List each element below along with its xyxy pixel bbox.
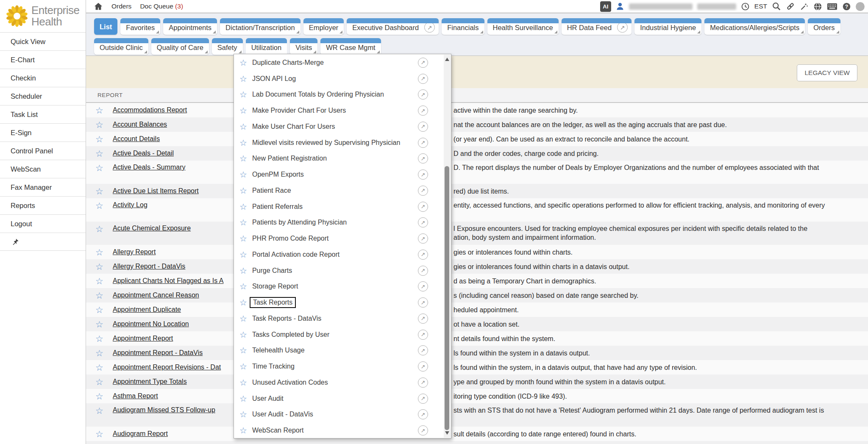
favorite-star-icon[interactable]: ☆ [239,90,247,99]
favorite-star-icon[interactable]: ☆ [95,277,106,286]
sidebar-item-webscan[interactable]: WebScan [0,160,86,178]
favorite-star-icon[interactable]: ☆ [95,406,106,415]
scrollbar-thumb[interactable] [445,166,449,430]
open-in-new-icon[interactable]: ↗ [418,361,428,372]
report-link[interactable]: Allergy Report - DataVis [113,263,185,270]
dropdown-item-webscan-report[interactable]: ☆ WebScan Report ↗ [234,422,443,438]
report-link[interactable]: Audiogram Report [113,430,168,438]
dropdown-item-patients-by-attending-physician[interactable]: ☆ Patients by Attending Physician ↗ [234,215,443,231]
open-in-new-icon[interactable]: ↗ [418,122,428,132]
favorite-star-icon[interactable]: ☆ [95,291,106,300]
favorite-star-icon[interactable]: ☆ [95,149,106,158]
open-in-new-icon[interactable]: ↗ [424,22,435,33]
tab-appointments[interactable]: Appointments ↗ [163,18,217,35]
report-link[interactable]: Activity Log [113,201,147,209]
dropdown-item-task-reports-datavis[interactable]: ☆ Task Reports - DataVis ↗ [234,311,443,327]
link-icon[interactable] [786,2,795,11]
favorite-star-icon[interactable]: ☆ [95,349,106,358]
legacy-view-button[interactable]: LEGACY VIEW [797,64,857,81]
favorite-star-icon[interactable]: ☆ [95,262,106,271]
tab-quality-of-care[interactable]: Quality of Care ↗ [151,38,209,55]
report-link[interactable]: Audiogram Missed STS Follow-up [113,406,215,414]
tab-visits[interactable]: Visits ↗ [290,38,317,55]
open-in-new-icon[interactable]: ↗ [418,345,428,355]
wand-icon[interactable] [800,2,809,11]
dropdown-item-portal-activation-code-report[interactable]: ☆ Portal Activation code Report ↗ [234,247,443,263]
keyboard-icon[interactable] [827,3,837,11]
sidebar-item-logout[interactable]: Logout [0,215,86,233]
doc-queue-link[interactable]: Doc Queue (3) [140,3,183,10]
help-icon[interactable]: ? [842,2,851,11]
open-in-new-icon[interactable]: ↗ [418,186,428,196]
favorite-star-icon[interactable]: ☆ [95,106,106,115]
open-in-new-icon[interactable]: ↗ [418,281,428,291]
report-link[interactable]: Applicant Charts Not Flagged as Is A [113,277,223,285]
orders-link[interactable]: Orders [111,3,131,10]
dropdown-item-patient-referrals[interactable]: ☆ Patient Referrals ↗ [234,199,443,215]
tab-hr-data-feed[interactable]: HR Data Feed ↗ [562,18,632,35]
report-link[interactable]: Active Due List Items Report [113,187,199,195]
pushpin-icon[interactable] [12,238,19,245]
favorite-star-icon[interactable]: ☆ [95,187,106,196]
favorite-star-icon[interactable]: ☆ [239,58,247,67]
globe-icon[interactable] [813,2,822,11]
favorite-star-icon[interactable]: ☆ [239,203,247,211]
open-in-new-icon[interactable]: ↗ [617,22,628,33]
dropdown-item-phr-promo-code-report[interactable]: ☆ PHR Promo Code Report ↗ [234,230,443,247]
favorite-star-icon[interactable]: ☆ [95,201,106,210]
favorite-star-icon[interactable]: ☆ [239,378,247,387]
dropdown-item-duplicate-charts-merge[interactable]: ☆ Duplicate Charts-Merge ↗ [234,55,443,71]
open-in-new-icon[interactable]: ↗ [418,202,428,212]
tab-list[interactable]: List ↗ [94,18,117,35]
favorite-star-icon[interactable]: ☆ [239,186,247,195]
dropdown-item-time-tracking[interactable]: ☆ Time Tracking ↗ [234,358,443,375]
dropdown-item-storage-report[interactable]: ☆ Storage Report ↗ [234,279,443,295]
favorite-star-icon[interactable]: ☆ [95,392,106,401]
report-link[interactable]: Appointment No Location [113,320,189,328]
dropdown-item-task-reports[interactable]: ☆ Task Reports ↗ [234,294,443,311]
sidebar-item-task-list[interactable]: Task List [0,105,86,124]
open-in-new-icon[interactable]: ↗ [418,250,428,260]
favorite-star-icon[interactable]: ☆ [95,225,106,233]
favorite-star-icon[interactable]: ☆ [239,410,247,419]
report-link[interactable]: Allergy Report [113,248,156,256]
open-in-new-icon[interactable]: ↗ [418,330,428,340]
report-link[interactable]: Appointment Type Totals [113,378,187,386]
favorite-star-icon[interactable]: ☆ [239,154,247,163]
home-icon[interactable] [94,2,103,11]
report-link[interactable]: Appointment Report - DataVis [113,349,203,357]
report-link[interactable]: Active Deals - Summary [113,164,186,171]
open-in-new-icon[interactable]: ↗ [418,169,428,180]
open-in-new-icon[interactable]: ↗ [418,153,428,164]
sidebar-item-control-panel[interactable]: Control Panel [0,142,86,160]
open-in-new-icon[interactable]: ↗ [418,74,428,84]
report-link[interactable]: Appointment Duplicate [113,306,181,314]
favorite-star-icon[interactable]: ☆ [239,394,247,403]
dropdown-item-midlevel-visits-reviewed-by-supervising-physician[interactable]: ☆ Midlevel visits reviewed by Supervisin… [234,135,443,151]
favorite-star-icon[interactable]: ☆ [239,250,247,259]
sidebar-item-reports[interactable]: Reports [0,197,86,215]
tab-orders[interactable]: Orders ↗ [808,18,840,35]
tab-outside-clinic[interactable]: Outside Clinic ↗ [94,38,148,55]
tab-dictation-transcription[interactable]: Dictation/Transcription ↗ [220,18,300,35]
dropdown-item-openpm-exports[interactable]: ☆ OpenPM Exports ↗ [234,166,443,183]
tab-safety[interactable]: Safety ↗ [212,38,243,55]
tab-executive-dashboard[interactable]: Executive Dashboard ↗ [347,18,439,35]
favorite-star-icon[interactable]: ☆ [95,248,106,257]
favorite-star-icon[interactable]: ☆ [239,106,247,115]
open-in-new-icon[interactable]: ↗ [418,105,428,116]
report-link[interactable]: Active Deals - Detail [113,150,174,157]
dropdown-item-json-api-log[interactable]: ☆ JSON API Log ↗ [234,71,443,87]
report-link[interactable]: Asthma Report [113,392,158,400]
clock-icon[interactable] [741,2,750,11]
sidebar-item-scheduler[interactable]: Scheduler [0,87,86,105]
report-link[interactable]: Accommodations Report [113,106,187,114]
favorite-star-icon[interactable]: ☆ [95,320,106,329]
favorite-star-icon[interactable]: ☆ [239,426,247,435]
tab-industrial-hygiene[interactable]: Industrial Hygiene ↗ [634,18,701,35]
user-icon[interactable] [616,2,624,11]
dropdown-item-patient-race[interactable]: ☆ Patient Race ↗ [234,183,443,199]
favorite-star-icon[interactable]: ☆ [95,377,106,386]
report-link[interactable]: Account Balances [113,121,167,128]
dropdown-item-user-audit-datavis[interactable]: ☆ User Audit - DataVis ↗ [234,407,443,423]
